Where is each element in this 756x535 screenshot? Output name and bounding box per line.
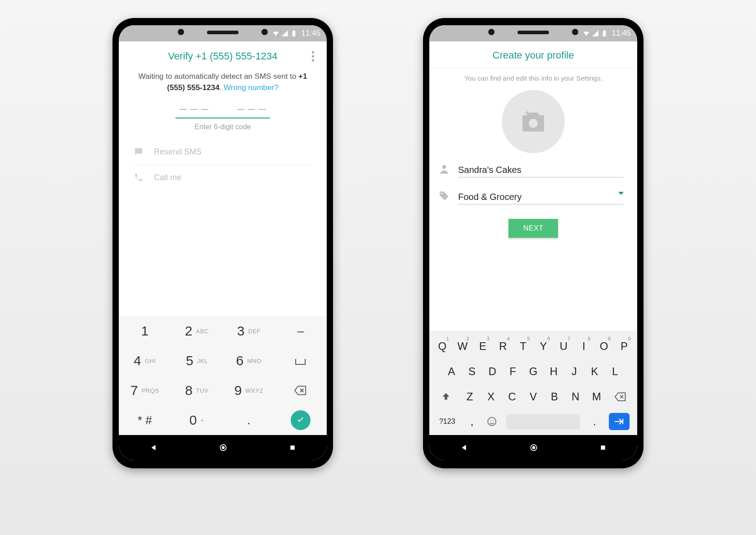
key-q[interactable]: Q1 <box>433 335 452 358</box>
dialpad-key-4[interactable]: 4GHI <box>119 346 171 376</box>
enter-key[interactable] <box>605 411 634 432</box>
category-row: Food & Grocery <box>429 190 637 204</box>
nav-recent-icon[interactable] <box>599 444 607 451</box>
nav-back-icon[interactable] <box>149 444 158 452</box>
profile-header: Create your profile <box>429 41 637 68</box>
key-l[interactable]: L <box>606 360 625 383</box>
phone-right: 11:45 Create your profile You can find a… <box>423 18 644 468</box>
space-key[interactable] <box>502 411 584 432</box>
android-nav-bar <box>119 435 327 460</box>
dialpad-key-9[interactable]: 9WXYZ <box>223 376 275 405</box>
nav-home-icon[interactable] <box>219 443 228 452</box>
key-y[interactable]: Y6 <box>534 335 553 358</box>
key-k[interactable]: K <box>585 360 604 383</box>
dialpad-key-3[interactable]: 3DEF <box>223 316 275 346</box>
svg-point-10 <box>493 420 494 421</box>
key-u[interactable]: U7 <box>554 335 573 358</box>
key-t[interactable]: T5 <box>514 335 533 358</box>
waiting-text: Waiting to automatically detect an SMS s… <box>131 71 314 93</box>
nav-back-icon[interactable] <box>460 444 468 452</box>
status-time: 11:45 <box>301 29 320 38</box>
wrong-number-link[interactable]: Wrong number? <box>224 83 279 92</box>
key-c[interactable]: C <box>502 385 522 408</box>
key-w[interactable]: W2 <box>453 335 472 358</box>
key-o[interactable]: O9 <box>594 335 613 358</box>
dialpad-key-1[interactable]: 1 <box>119 316 171 346</box>
dialpad-key-space[interactable]: ⌴ <box>275 346 327 376</box>
emoji-key[interactable] <box>482 411 501 432</box>
resend-sms-label: Resend SMS <box>154 147 202 157</box>
sms-icon <box>133 146 144 157</box>
key-m[interactable]: M <box>587 385 607 408</box>
svg-point-12 <box>532 446 536 449</box>
comma-key[interactable]: , <box>463 411 482 432</box>
android-nav-bar <box>429 435 637 460</box>
symbols-key[interactable]: ?123 <box>433 411 462 432</box>
svg-point-7 <box>441 193 442 194</box>
phone-icon <box>133 172 144 183</box>
dialpad-key-backspace[interactable] <box>275 376 327 405</box>
add-photo-camera-icon <box>519 109 548 134</box>
profile-photo-placeholder[interactable] <box>502 90 565 153</box>
key-g[interactable]: G <box>524 360 543 383</box>
key-x[interactable]: X <box>481 385 501 408</box>
enter-code-hint: Enter 6-digit code <box>131 123 314 131</box>
overflow-menu-icon[interactable] <box>308 48 318 65</box>
dialpad-key-7[interactable]: 7PRQS <box>119 376 171 405</box>
nav-recent-icon[interactable] <box>289 444 296 451</box>
call-me-row[interactable]: Call me <box>131 165 314 190</box>
dialpad-key-dash[interactable]: – <box>275 316 327 346</box>
profile-title: Create your profile <box>493 50 574 61</box>
tag-icon <box>438 190 450 202</box>
business-name-value: Sandra's Cakes <box>458 165 522 175</box>
check-icon <box>296 415 306 425</box>
dialpad-key-period[interactable]: . <box>223 405 275 435</box>
dialpad-key-0[interactable]: 0+ <box>171 405 223 435</box>
dialpad-key-8[interactable]: 8TUV <box>171 376 223 405</box>
svg-point-3 <box>529 119 538 128</box>
business-name-row: Sandra's Cakes <box>429 163 637 177</box>
enter-icon <box>614 417 625 426</box>
key-j[interactable]: J <box>565 360 584 383</box>
svg-point-8 <box>488 417 496 426</box>
key-v[interactable]: V <box>523 385 543 408</box>
key-n[interactable]: N <box>566 385 585 408</box>
period-key[interactable]: . <box>585 411 604 432</box>
category-value: Food & Grocery <box>458 192 522 202</box>
resend-sms-row[interactable]: Resend SMS <box>131 139 314 165</box>
business-name-input[interactable]: Sandra's Cakes <box>458 163 624 177</box>
dialpad-key-2[interactable]: 2ABC <box>171 316 223 346</box>
backspace-key[interactable] <box>608 385 634 408</box>
battery-icon <box>290 30 297 37</box>
backspace-icon <box>294 385 307 396</box>
dialpad-key-starhash[interactable]: * # <box>119 405 171 435</box>
dialpad-key-6[interactable]: 6MNO <box>223 346 275 376</box>
key-h[interactable]: H <box>544 360 563 383</box>
category-select[interactable]: Food & Grocery <box>458 190 624 204</box>
key-b[interactable]: B <box>544 385 564 408</box>
next-button[interactable]: NEXT <box>508 219 558 238</box>
key-f[interactable]: F <box>503 360 522 383</box>
key-d[interactable]: D <box>483 360 502 383</box>
key-e[interactable]: E3 <box>473 335 492 358</box>
shift-key[interactable] <box>433 385 459 408</box>
wifi-icon <box>272 30 279 37</box>
key-r[interactable]: R4 <box>494 335 513 358</box>
key-a[interactable]: A <box>442 360 461 383</box>
dialpad-key-confirm[interactable] <box>275 405 327 435</box>
svg-rect-5 <box>525 113 530 113</box>
key-p[interactable]: P0 <box>615 335 634 358</box>
key-i[interactable]: I8 <box>574 335 593 358</box>
backspace-icon <box>614 392 627 402</box>
key-s[interactable]: S <box>462 360 481 383</box>
nav-home-icon[interactable] <box>529 443 538 452</box>
status-bar: 11:45 <box>429 25 637 41</box>
key-z[interactable]: Z <box>460 385 480 408</box>
signal-icon <box>281 30 288 37</box>
svg-rect-2 <box>290 445 294 449</box>
code-input[interactable] <box>176 103 270 118</box>
svg-point-9 <box>490 420 491 421</box>
waiting-prefix: Waiting to automatically detect an SMS s… <box>139 72 299 81</box>
dialpad-key-5[interactable]: 5JKL <box>171 346 223 376</box>
dialpad: 1 2ABC 3DEF – 4GHI 5JKL 6MNO ⌴ 7PRQS 8TU… <box>119 316 327 435</box>
